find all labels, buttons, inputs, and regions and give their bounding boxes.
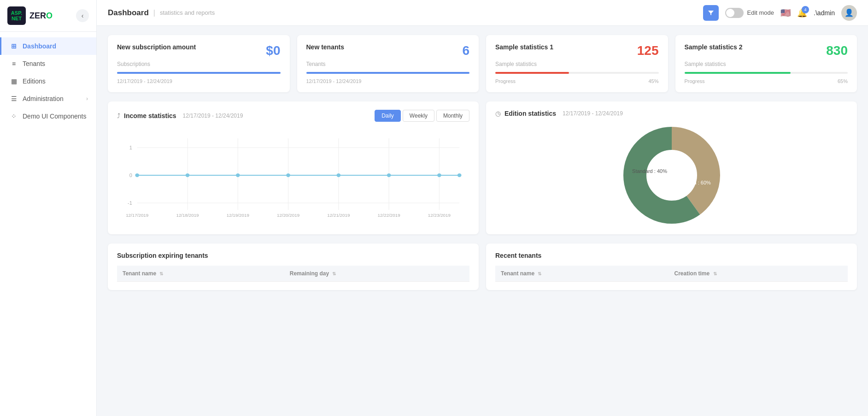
income-line-chart: 1 0 -1 1 — [117, 129, 469, 221]
stat-card-sub: Tenants — [306, 61, 470, 67]
progress-track — [306, 72, 470, 74]
sidebar-logo-area: ASP.NET ZERO ‹ — [0, 0, 96, 32]
logo-brand: ZERO — [29, 11, 53, 21]
filter-button[interactable] — [703, 5, 719, 21]
income-chart-svg: 1 0 -1 1 — [117, 129, 469, 221]
svg-text:12/18/2019: 12/18/2019 — [176, 213, 199, 218]
dashboard-icon: ⊞ — [10, 42, 18, 50]
income-chart-buttons: Daily Weekly Monthly — [375, 110, 469, 122]
sidebar-toggle-button[interactable]: ‹ — [76, 9, 89, 22]
charts-row: ⤴ Income statistics 12/17/2019 - 12/24/2… — [108, 101, 857, 234]
stat-card-sample2: Sample statistics 2 830 Sample statistic… — [675, 35, 857, 92]
income-chart-title: Income statistics — [124, 112, 176, 119]
svg-text:12/20/2019: 12/20/2019 — [277, 213, 299, 218]
sidebar-item-label: Tenants — [23, 60, 45, 67]
tenant-name-header[interactable]: Tenant name ⇅ — [495, 266, 669, 282]
stat-card-header: Sample statistics 1 125 — [495, 43, 659, 58]
svg-text:12/19/2019: 12/19/2019 — [227, 213, 249, 218]
svg-point-18 — [437, 173, 441, 177]
tenants-icon: ≡ — [10, 59, 18, 68]
income-chart-date: 12/17/2019 - 12/24/2019 — [183, 113, 243, 119]
progress-value: 65% — [838, 78, 848, 84]
progress-value: 45% — [648, 78, 658, 84]
svg-text:pl : 60%: pl : 60% — [692, 180, 711, 185]
title-separator: | — [153, 9, 155, 17]
progress-track — [495, 72, 659, 74]
progress-bar — [495, 72, 569, 74]
logo-text: ASP.NET — [11, 10, 22, 21]
monthly-button[interactable]: Monthly — [436, 110, 469, 122]
main-area: Dashboard | statistics and reports Edit … — [97, 0, 868, 416]
stat-card-header: New tenants 6 — [306, 43, 470, 58]
edit-mode-toggle-wrap: Edit mode — [725, 8, 774, 18]
user-avatar[interactable]: 👤 — [841, 5, 857, 21]
remaining-day-label: Remaining day — [290, 270, 329, 277]
demo-ui-icon: ⁘ — [10, 112, 18, 120]
dashboard-content: New subscription amount $0 Subscriptions… — [97, 26, 868, 416]
stat-card-header: Sample statistics 2 830 — [685, 43, 848, 58]
income-chart-icon: ⤴ — [117, 112, 120, 119]
stat-card-title: Sample statistics 1 — [495, 43, 553, 51]
recent-tenants-title: Recent tenants — [495, 252, 848, 259]
progress-bar — [685, 72, 791, 74]
sidebar-item-administration[interactable]: ☰ Administration › — [0, 90, 96, 107]
svg-point-13 — [186, 173, 190, 177]
creation-time-header[interactable]: Creation time ⇅ — [669, 266, 848, 282]
sort-icon: ⇅ — [713, 271, 717, 276]
progress-track — [685, 72, 848, 74]
stat-card-sub: Sample statistics — [685, 61, 848, 67]
sidebar-item-label: Editions — [23, 77, 46, 85]
language-flag[interactable]: 🇺🇸 — [780, 8, 791, 18]
logo-box: ASP.NET — [7, 6, 26, 25]
sidebar-nav: ⊞ Dashboard ≡ Tenants ▦ Editions ☰ Admin… — [0, 32, 96, 416]
tenant-name-header[interactable]: Tenant name ⇅ — [117, 266, 284, 282]
svg-text:12/23/2019: 12/23/2019 — [428, 213, 451, 218]
progress-label: Progress — [495, 78, 516, 84]
edit-mode-toggle[interactable] — [725, 8, 744, 18]
table-header-row: Tenant name ⇅ Creation time ⇅ — [495, 266, 848, 282]
svg-text:1: 1 — [129, 145, 132, 150]
stat-card-value: $0 — [266, 43, 280, 58]
subscription-expiring-card: Subscription expiring tenants Tenant nam… — [108, 244, 479, 290]
weekly-button[interactable]: Weekly — [403, 110, 434, 122]
remaining-day-header[interactable]: Remaining day ⇅ — [284, 266, 469, 282]
svg-point-14 — [236, 173, 240, 177]
subscription-expiring-title: Subscription expiring tenants — [117, 252, 469, 259]
svg-text:12/22/2019: 12/22/2019 — [378, 213, 400, 218]
table-header-row: Tenant name ⇅ Remaining day ⇅ — [117, 266, 469, 282]
creation-time-label: Creation time — [674, 270, 710, 277]
progress-label: Progress — [685, 78, 705, 84]
stat-card-sample1: Sample statistics 1 125 Sample statistic… — [486, 35, 668, 92]
stat-card-title: Sample statistics 2 — [685, 43, 743, 51]
recent-tenants-table: Tenant name ⇅ Creation time ⇅ — [495, 266, 848, 282]
sidebar-item-label: Dashboard — [23, 42, 56, 50]
stat-card-value: 830 — [826, 43, 848, 58]
edition-chart-title: Edition statistics — [504, 110, 556, 117]
sidebar-item-tenants[interactable]: ≡ Tenants — [0, 55, 96, 72]
sidebar-item-editions[interactable]: ▦ Editions — [0, 72, 96, 90]
sidebar-item-demo-ui[interactable]: ⁘ Demo UI Components — [0, 107, 96, 125]
svg-point-19 — [457, 173, 462, 177]
svg-text:-1: -1 — [128, 201, 132, 206]
edition-chart-card: ◷ Edition statistics 12/17/2019 - 12/24/… — [486, 101, 857, 234]
stat-progress-info: Progress 45% — [495, 78, 659, 84]
stat-card-header: New subscription amount $0 — [117, 43, 281, 58]
sidebar-item-label: Demo UI Components — [23, 113, 87, 120]
sidebar: ASP.NET ZERO ‹ ⊞ Dashboard ≡ Tenants ▦ E… — [0, 0, 97, 416]
svg-point-29 — [649, 152, 695, 198]
editions-icon: ▦ — [10, 77, 18, 85]
daily-button[interactable]: Daily — [375, 110, 401, 122]
svg-text:12/21/2019: 12/21/2019 — [327, 213, 350, 218]
bottom-row: Subscription expiring tenants Tenant nam… — [108, 244, 857, 290]
svg-text:0: 0 — [129, 173, 132, 178]
stat-card-tenants: New tenants 6 Tenants 12/17/2019 - 12/24… — [297, 35, 479, 92]
stat-card-value: 6 — [462, 43, 469, 58]
progress-bar — [306, 72, 470, 74]
chevron-right-icon: › — [86, 95, 88, 102]
sidebar-item-dashboard[interactable]: ⊞ Dashboard — [0, 37, 96, 55]
notification-button[interactable]: 🔔 4 — [797, 8, 807, 18]
administration-icon: ☰ — [10, 95, 18, 103]
income-chart-card: ⤴ Income statistics 12/17/2019 - 12/24/2… — [108, 101, 479, 234]
edition-chart-header: ◷ Edition statistics 12/17/2019 - 12/24/… — [495, 110, 848, 117]
svg-point-16 — [336, 173, 340, 177]
